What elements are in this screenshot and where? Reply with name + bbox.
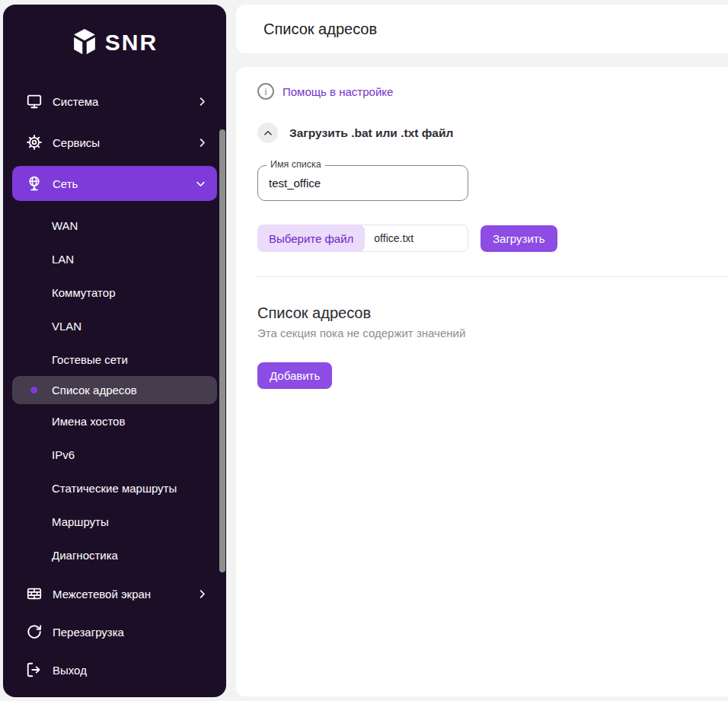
sidebar-scrollbar[interactable] — [219, 129, 225, 572]
content-card: i Помощь в настройке Загрузить .bat или … — [236, 67, 728, 696]
sidebar-item-static-routes[interactable]: Статические маршруты — [3, 471, 226, 505]
sidebar-item-label: Статические маршруты — [52, 482, 177, 495]
list-name-field: Имя списка — [257, 165, 468, 201]
chevron-right-icon — [196, 588, 208, 600]
sidebar-item-label: Маршруты — [52, 515, 109, 528]
chevron-right-icon — [196, 136, 208, 148]
active-dot-icon — [30, 387, 37, 394]
address-list-title: Список адресов — [257, 304, 728, 322]
sidebar-item-diagnostics[interactable]: Диагностика — [3, 538, 226, 572]
sidebar-item-vlan[interactable]: VLAN — [3, 309, 226, 343]
upload-button[interactable]: Загрузить — [481, 225, 557, 252]
file-picker: Выберите файл office.txt — [257, 225, 468, 252]
list-name-input[interactable] — [258, 166, 468, 200]
sidebar-item-label: IPv6 — [52, 448, 75, 461]
file-upload-row: Выберите файл office.txt Загрузить — [257, 225, 728, 252]
sidebar-item-logout[interactable]: Выход — [3, 651, 226, 689]
choose-file-button[interactable]: Выберите файл — [257, 225, 365, 252]
sidebar-item-label: WAN — [52, 219, 78, 232]
gear-icon — [26, 134, 43, 151]
firewall-icon — [26, 585, 43, 602]
sidebar-item-label: Межсетевой экран — [53, 588, 151, 601]
sidebar-item-firewall[interactable]: Межсетевой экран — [3, 575, 226, 613]
snr-cube-icon — [72, 29, 97, 56]
chevron-right-icon — [196, 95, 208, 107]
sidebar-item-services[interactable]: Сервисы — [3, 122, 226, 163]
globe-icon — [26, 175, 43, 192]
collapse-button[interactable] — [257, 123, 278, 143]
page: SNR Система — [0, 0, 728, 701]
sidebar-item-reboot[interactable]: Перезагрузка — [3, 613, 226, 651]
add-button[interactable]: Добавить — [257, 362, 332, 389]
sidebar-nav: Система Сервисы — [3, 81, 226, 689]
section-divider — [257, 276, 728, 277]
sidebar-item-wan[interactable]: WAN — [3, 209, 226, 242]
chevron-up-icon — [263, 128, 273, 139]
sidebar-item-ipv6[interactable]: IPv6 — [3, 438, 226, 471]
sidebar-item-label: LAN — [52, 253, 74, 266]
reload-icon — [26, 623, 43, 640]
sidebar-item-routes[interactable]: Маршруты — [3, 505, 226, 538]
sidebar-item-label: VLAN — [52, 320, 81, 333]
sidebar-item-guest-networks[interactable]: Гостевые сети — [3, 343, 226, 376]
chevron-down-icon — [194, 177, 206, 190]
upload-section-header: Загрузить .bat или .txt файл — [257, 123, 728, 143]
sidebar-item-label: Сервисы — [53, 136, 100, 149]
sidebar-item-label: Гостевые сети — [52, 353, 128, 366]
help-link[interactable]: Помощь в настройке — [283, 85, 393, 98]
brand-logo: SNR — [3, 5, 226, 81]
sidebar-item-hostnames[interactable]: Имена хостов — [3, 404, 226, 438]
help-link-row[interactable]: i Помощь в настройке — [257, 82, 728, 100]
brand-name: SNR — [105, 30, 158, 56]
sidebar: SNR Система — [3, 5, 226, 697]
sidebar-item-label: Список адресов — [52, 384, 137, 397]
network-submenu: WAN LAN Коммутатор VLAN Гостевые сети Сп… — [3, 204, 226, 575]
list-name-label: Имя списка — [267, 159, 325, 170]
sidebar-item-label: Перезагрузка — [53, 626, 124, 639]
info-icon: i — [257, 83, 274, 100]
page-title: Список адресов — [263, 21, 377, 38]
selected-file-name: office.txt — [364, 232, 423, 244]
sidebar-item-network[interactable]: Сеть — [12, 166, 217, 201]
logout-icon — [26, 661, 43, 678]
upload-section-title: Загрузить .bat или .txt файл — [289, 126, 453, 140]
monitor-icon — [26, 93, 43, 110]
sidebar-item-label: Имена хостов — [52, 415, 125, 428]
sidebar-item-switch[interactable]: Коммутатор — [3, 276, 226, 309]
sidebar-item-system[interactable]: Система — [3, 81, 226, 122]
sidebar-item-lan[interactable]: LAN — [3, 242, 226, 276]
sidebar-item-label: Выход — [53, 664, 87, 677]
sidebar-item-label: Диагностика — [52, 549, 118, 562]
sidebar-item-label: Система — [53, 95, 98, 108]
sidebar-item-label: Коммутатор — [52, 286, 115, 299]
page-header: Список адресов — [236, 5, 728, 53]
address-list-empty-text: Эта секция пока не содержит значений — [257, 327, 728, 339]
sidebar-item-label: Сеть — [53, 177, 78, 190]
sidebar-item-address-list[interactable]: Список адресов — [12, 376, 217, 404]
